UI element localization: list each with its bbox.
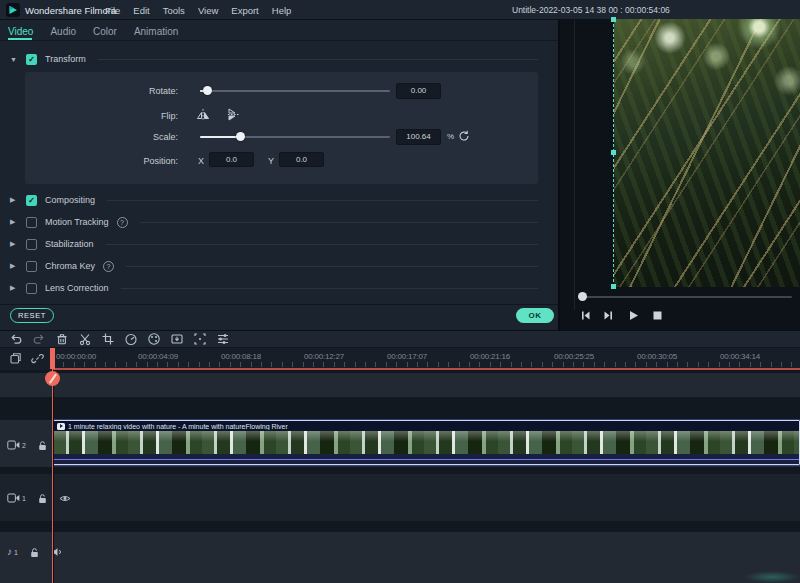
reset-button[interactable]: RESET (10, 308, 54, 323)
crop-icon[interactable] (101, 332, 115, 346)
scale-unit-label: % (447, 132, 454, 141)
flip-horizontal-icon[interactable] (196, 108, 210, 121)
filmora-logo-icon (6, 3, 20, 17)
rotate-slider-handle[interactable] (203, 86, 212, 95)
delete-icon[interactable] (55, 332, 69, 346)
menu-file[interactable]: File (105, 5, 120, 16)
playhead-handle[interactable] (45, 371, 60, 386)
tab-color[interactable]: Color (93, 26, 117, 37)
transform-section-header[interactable]: ▼ ✓ Transform (10, 52, 538, 66)
chroma-key-checkbox[interactable] (26, 261, 37, 272)
color-correction-icon[interactable] (147, 332, 161, 346)
track-row-video1[interactable]: 1 (0, 474, 800, 521)
redo-icon[interactable] (32, 332, 46, 346)
scale-value-field[interactable]: 100.64 (396, 129, 441, 145)
selection-handle-bottom[interactable] (611, 284, 616, 289)
stop-button[interactable] (651, 309, 664, 322)
track-row-audio1[interactable]: ♪ 1 (0, 532, 800, 583)
audio-track-icon: ♪ (7, 547, 12, 557)
next-frame-button[interactable] (602, 309, 615, 322)
preview-video-frame[interactable] (614, 19, 800, 287)
playhead-line[interactable] (52, 369, 53, 583)
selection-handle-top[interactable] (611, 17, 616, 22)
top-menu-bar: Wondershare Filmora File Edit Tools View… (0, 0, 800, 20)
speed-icon[interactable] (124, 332, 138, 346)
track-number: 1 (22, 495, 26, 502)
project-title: Untitle-2022-03-05 14 38 00 : 00:00:54:0… (512, 5, 670, 15)
menu-export[interactable]: Export (231, 5, 258, 16)
adjust-icon[interactable] (216, 332, 230, 346)
toggle-visibility-icon[interactable] (59, 494, 71, 503)
flip-label: Flip: (118, 111, 178, 121)
lock-track-icon[interactable] (29, 547, 40, 558)
help-icon[interactable]: ? (117, 217, 128, 228)
link-clips-icon[interactable] (31, 352, 44, 365)
section-stabilization[interactable]: ▶ Stabilization (10, 237, 538, 251)
preview-seek-knob[interactable] (578, 292, 587, 301)
rotate-slider[interactable] (200, 90, 390, 92)
tabs-divider (0, 40, 558, 41)
transform-controls-box (25, 72, 538, 184)
expand-caret-icon[interactable]: ▶ (10, 284, 18, 292)
rotate-value-field[interactable]: 0.00 (396, 83, 441, 99)
ruler-timestamp: 00:00:34:14 (720, 352, 760, 361)
stabilization-checkbox[interactable] (26, 239, 37, 250)
scale-reset-icon[interactable] (458, 130, 470, 142)
play-button[interactable] (627, 309, 640, 322)
preview-seek-bar[interactable] (580, 296, 792, 298)
compositing-label: Compositing (45, 195, 95, 205)
ruler-timestamp: 00:00:17:07 (387, 352, 427, 361)
section-compositing[interactable]: ▶ ✓ Compositing (10, 193, 538, 207)
ruler-timestamp: 00:00:12:27 (304, 352, 344, 361)
section-motion-tracking[interactable]: ▶ Motion Tracking ? (10, 215, 538, 229)
expand-caret-icon[interactable]: ▶ (10, 196, 18, 204)
menu-edit[interactable]: Edit (133, 5, 149, 16)
transform-checkbox[interactable]: ✓ (26, 54, 37, 65)
lock-track-icon[interactable] (37, 440, 48, 451)
clip-media-icon (57, 423, 65, 430)
motion-tracking-label: Motion Tracking (45, 217, 109, 227)
expand-caret-icon[interactable]: ▶ (10, 240, 18, 248)
menu-tools[interactable]: Tools (163, 5, 185, 16)
scale-slider[interactable] (200, 136, 390, 138)
section-lens-correction[interactable]: ▶ Lens Correction (10, 281, 538, 295)
ok-button[interactable]: OK (516, 308, 554, 323)
clip-title-strip: 1 minute relaxing video with nature - A … (54, 421, 799, 431)
previous-frame-button[interactable] (579, 309, 592, 322)
timeline-clip[interactable]: 1 minute relaxing video with nature - A … (53, 420, 800, 465)
collapse-caret-icon[interactable]: ▼ (10, 56, 18, 63)
track-number: 1 (14, 549, 18, 556)
position-x-field[interactable]: 0.0 (209, 152, 254, 167)
motion-tracking-checkbox[interactable] (26, 217, 37, 228)
snapshot-icon[interactable] (170, 332, 184, 346)
clip-thumbnails (54, 431, 799, 454)
track-manage-icon[interactable] (9, 352, 22, 365)
motion-track-icon[interactable] (193, 332, 207, 346)
position-y-field[interactable]: 0.0 (279, 152, 324, 167)
selection-handle-middle[interactable] (611, 150, 616, 155)
timeline-ruler[interactable]: 00:00:00:00 00:00:04:09 00:00:08:18 00:0… (0, 348, 800, 370)
tab-animation[interactable]: Animation (134, 26, 178, 37)
track-header-divider (53, 370, 54, 583)
playhead-ruler-bar[interactable] (50, 348, 55, 369)
lock-track-icon[interactable] (37, 493, 48, 504)
tab-video[interactable]: Video (8, 26, 33, 37)
tab-audio[interactable]: Audio (50, 26, 76, 37)
menu-view[interactable]: View (198, 5, 218, 16)
ruler-timestamp: 00:00:04:09 (138, 352, 178, 361)
lens-correction-checkbox[interactable] (26, 283, 37, 294)
panel-tabs: Video Audio Color Animation (8, 24, 178, 38)
scale-slider-handle[interactable] (236, 132, 245, 141)
scale-label: Scale: (118, 132, 178, 142)
ruler-timestamp: 00:00:08:18 (221, 352, 261, 361)
transform-label: Transform (45, 54, 86, 64)
split-icon[interactable] (78, 332, 92, 346)
expand-caret-icon[interactable]: ▶ (10, 262, 18, 270)
section-chroma-key[interactable]: ▶ Chroma Key ? (10, 259, 538, 273)
help-icon[interactable]: ? (103, 261, 114, 272)
compositing-checkbox[interactable]: ✓ (26, 195, 37, 206)
menu-help[interactable]: Help (272, 5, 292, 16)
undo-icon[interactable] (9, 332, 23, 346)
flip-vertical-icon[interactable] (227, 108, 240, 122)
expand-caret-icon[interactable]: ▶ (10, 218, 18, 226)
